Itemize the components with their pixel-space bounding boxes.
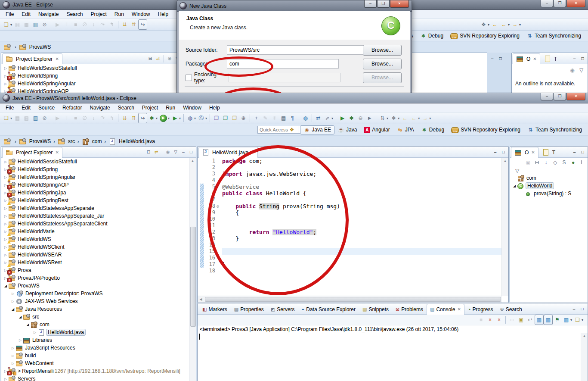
code-text[interactable]: return "HelloWorld"; bbox=[222, 229, 502, 235]
hide-fields-icon[interactable]: ◇ bbox=[551, 157, 560, 168]
line-number[interactable]: 1 bbox=[204, 158, 217, 164]
dropdown-arrow-icon[interactable]: ▾ bbox=[205, 116, 207, 120]
open-perspective-icon[interactable]: ❖ bbox=[287, 125, 296, 135]
link-with-editor-icon[interactable]: ⇄ bbox=[152, 147, 160, 156]
menu-navigate[interactable]: Navigate bbox=[34, 10, 62, 18]
pin-console-icon[interactable]: ⚑ bbox=[553, 315, 562, 325]
menu-navigate[interactable]: Navigate bbox=[86, 104, 114, 112]
run-icon[interactable]: ▶▾ bbox=[158, 113, 170, 123]
console-view-icon[interactable]: ▥ bbox=[31, 19, 40, 30]
tab-task-list[interactable]: T bbox=[538, 147, 559, 158]
console-view-icon[interactable]: ▥ bbox=[31, 113, 40, 123]
close-view-icon[interactable]: ✕ bbox=[55, 56, 59, 61]
tree-item-helloworldspringangular[interactable]: ▷MHelloWorldSpringAngular bbox=[1, 80, 182, 87]
tree-item-helloworldstatelessappseparate[interactable]: ▷HelloWorldStatelessAppSeparate bbox=[1, 204, 189, 212]
tab-data-source-explorer[interactable]: ◓Data Source Explorer bbox=[298, 304, 359, 315]
perspective-svn-repository-exploring[interactable]: SVN Repository Exploring bbox=[448, 125, 524, 134]
code-line[interactable]: 18 bbox=[198, 268, 502, 274]
tree-item-helloworldws[interactable]: ▷HelloWorldWS bbox=[1, 235, 189, 243]
new-web-wizard-icon[interactable]: ◍▾ bbox=[186, 113, 197, 123]
code-editor[interactable]: 1package com;23import javax.jws.WebServi… bbox=[198, 158, 502, 296]
view-menu-icon[interactable]: ▽ bbox=[577, 65, 586, 75]
dropdown-arrow-icon[interactable]: ▾ bbox=[156, 116, 158, 120]
window-icon[interactable]: ❖▾ bbox=[479, 19, 490, 30]
dropdown-arrow-icon[interactable]: ▾ bbox=[508, 23, 510, 27]
perspective-angular[interactable]: Angular bbox=[360, 125, 393, 134]
tree-item-webcontent[interactable]: ▷WebContent bbox=[1, 359, 189, 367]
tree-item-helloworldstatelessappseparate-jar[interactable]: ▷HelloWorldStatelessAppSeparate_Jar bbox=[1, 212, 189, 220]
tree-item-jax-ws-web-services[interactable]: ▷JAX-WS Web Services bbox=[1, 297, 189, 305]
customize-view-icon[interactable]: ◉ bbox=[166, 54, 173, 63]
step-over-icon[interactable]: ↷ bbox=[98, 113, 107, 123]
tree-item-helloworldsessiostatefull[interactable]: ▷HelloWorldSessioStatefull bbox=[1, 158, 189, 166]
skip-breakpoints-icon[interactable]: ⊘ bbox=[40, 113, 49, 123]
hide-nonpublic-icon[interactable]: ● bbox=[569, 157, 578, 168]
package-field[interactable]: com bbox=[227, 59, 339, 69]
disconnect-icon[interactable]: ∅ bbox=[80, 113, 89, 123]
back-icon[interactable]: ←▾ bbox=[409, 113, 421, 123]
line-number[interactable]: 11 bbox=[204, 222, 217, 229]
code-text[interactable]: package com; bbox=[222, 158, 502, 164]
maximize-view-icon[interactable]: □ bbox=[579, 147, 587, 156]
minimize-view-icon[interactable]: – bbox=[570, 54, 579, 63]
code-line[interactable]: 14 bbox=[198, 242, 502, 248]
tree-item-reportmensili[interactable]: ▷×M> ReportMensili 1267 [http://192.168.… bbox=[1, 367, 189, 375]
line-number[interactable]: 2 bbox=[204, 164, 217, 171]
breadcrumb-item-helloworld-java[interactable]: HelloWorld.java bbox=[108, 138, 155, 145]
tab-project-explorer[interactable]: Project Explorer ✕ bbox=[2, 147, 62, 158]
collapse-all-icon[interactable]: ⊟ bbox=[532, 157, 542, 168]
tree-item-helloworldstatelessappseparateclient[interactable]: ▷HelloWorldStatelessAppSeparateClient bbox=[1, 220, 189, 228]
terminate-icon[interactable]: ■ bbox=[71, 19, 80, 30]
code-line[interactable]: 17} bbox=[198, 261, 502, 268]
line-number[interactable]: 3 bbox=[204, 171, 217, 177]
scroll-up-icon[interactable]: ▲ bbox=[502, 158, 508, 164]
menu-search[interactable]: Search bbox=[62, 10, 87, 18]
line-number[interactable]: 17 bbox=[204, 261, 217, 268]
menu-window[interactable]: Window bbox=[128, 10, 154, 18]
tree-item-helloworldwsclient[interactable]: ▷HelloWorldWSClient bbox=[1, 243, 189, 251]
line-number[interactable]: 18 bbox=[204, 268, 217, 274]
perspective-team-synchronizing[interactable]: Team Synchronizing bbox=[524, 125, 585, 134]
skip-breakpoints-icon[interactable]: ⊘ bbox=[40, 19, 49, 30]
back-bright-icon[interactable]: ← bbox=[400, 113, 409, 123]
display-console-icon[interactable]: ▥▾ bbox=[562, 315, 573, 325]
dropdown-arrow-icon[interactable]: ▾ bbox=[10, 116, 12, 120]
tree-item-helloworldspringaop[interactable]: ▷×MHelloWorldSpringAOP bbox=[1, 181, 189, 189]
tree-item-libraries[interactable]: ▷Libraries bbox=[1, 336, 189, 344]
code-text[interactable]: { bbox=[222, 209, 502, 216]
tree-item-build[interactable]: ▷build bbox=[1, 352, 189, 359]
expand-arrow-icon[interactable]: ▷ bbox=[10, 354, 15, 358]
word-wrap-icon[interactable]: ↩ bbox=[526, 315, 535, 325]
new-wizard-icon[interactable]: ❏▾ bbox=[2, 19, 13, 30]
minimize-view-icon[interactable]: – bbox=[570, 147, 579, 156]
tab-outline[interactable]: O ✕ bbox=[513, 53, 540, 64]
remove-launch-icon[interactable]: × bbox=[486, 315, 495, 325]
expand-arrow-icon[interactable]: ▷ bbox=[3, 66, 8, 70]
customize-view-icon[interactable]: ◉ bbox=[164, 147, 172, 156]
save-icon[interactable]: ▦ bbox=[13, 19, 22, 30]
step-return-icon[interactable]: ↰ bbox=[107, 113, 116, 123]
line-number[interactable]: 8 bbox=[204, 203, 217, 209]
code-line[interactable]: 6public class HelloWorld { bbox=[198, 190, 502, 197]
line-number[interactable]: 7 bbox=[204, 197, 217, 203]
previous-annotation-icon[interactable]: ⇈ bbox=[129, 19, 138, 30]
close-view-icon[interactable]: ✕ bbox=[531, 150, 535, 155]
enclosing-type-checkbox[interactable] bbox=[186, 75, 192, 81]
hide-local-icon[interactable]: L bbox=[578, 157, 587, 168]
expand-arrow-icon[interactable]: ◢ bbox=[3, 284, 8, 288]
code-text[interactable]: import javax.jws.WebService; bbox=[222, 171, 502, 177]
minimize-view-icon[interactable]: – bbox=[179, 147, 187, 156]
close-button[interactable]: × bbox=[390, 0, 409, 8]
tab-snippets[interactable]: ▤Snippets bbox=[359, 304, 392, 315]
console-output[interactable] bbox=[198, 333, 581, 381]
menu-window[interactable]: Window bbox=[179, 104, 205, 112]
project-explorer-scrollbar[interactable]: ▲ bbox=[189, 158, 196, 381]
last-edit-location-icon[interactable]: ↪ bbox=[138, 19, 147, 30]
step-into-icon[interactable]: ↓ bbox=[89, 19, 98, 30]
menu-project[interactable]: Project bbox=[87, 10, 110, 18]
tree-item-helloworldwsear[interactable]: ▷HelloWorldWSEAR bbox=[1, 251, 189, 259]
scroll-up-icon[interactable]: ▲ bbox=[581, 333, 588, 339]
new-wizard-icon[interactable]: ❏▾ bbox=[2, 113, 13, 123]
code-line[interactable]: 2 bbox=[198, 164, 502, 171]
tab-progress[interactable]: ◔Progress bbox=[464, 304, 497, 315]
